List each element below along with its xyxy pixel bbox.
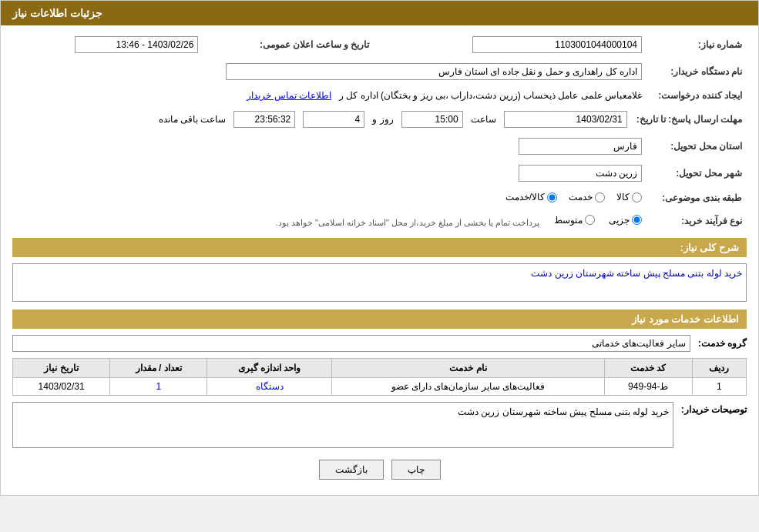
announce-date-label: تاریخ و ساعت اعلان عمومی: (203, 33, 374, 56)
deadline-remaining-label: ساعت باقی مانده (159, 114, 227, 125)
page-header: جزئیات اطلاعات نیاز (1, 1, 758, 25)
service-group-label: گروه خدمت: (698, 338, 747, 349)
buyer-desc-label: توصیحات خریدار: (681, 402, 747, 415)
announce-date-value: 1403/02/26 - 13:46 (12, 33, 203, 56)
cell-row-num: 1 (692, 378, 746, 396)
need-desc-container: خرید لوله بتنی مسلح پیش ساخته شهرستان زر… (12, 263, 747, 302)
buyer-desc-box: خرید لوله بتنی مسلح پیش ساخته شهرستان زر… (12, 402, 673, 448)
announce-date-box: 1403/02/26 - 13:46 (75, 36, 198, 53)
col-header-name: نام خدمت (331, 359, 604, 378)
page-wrapper: جزئیات اطلاعات نیاز شماره نیاز: 11030010… (0, 0, 759, 496)
category-radio-kala-khedmat-input[interactable] (547, 192, 557, 202)
category-radio-kala-input[interactable] (632, 192, 642, 202)
col-header-date: تاریخ نیاز (13, 359, 110, 378)
province-label: استان محل تحویل: (646, 135, 747, 158)
deadline-label: مهلت ارسال پاسخ: تا تاریخ: (632, 108, 747, 131)
deadline-date-box: 1403/02/31 (504, 111, 627, 128)
cell-quantity: 1 (110, 378, 207, 396)
col-header-qty: تعداد / مقدار (110, 359, 207, 378)
category-kala-label: کالا (616, 192, 630, 202)
category-radio-khedmat: خدمت (569, 192, 605, 202)
cell-service-name: فعالیت‌های سایر سازمان‌های دارای عضو (331, 378, 604, 396)
header-title: جزئیات اطلاعات نیاز (12, 7, 102, 19)
need-number-value: 1103001044000104 (389, 33, 646, 56)
deadline-time-box: 15:00 (401, 111, 463, 128)
purchase-type-note: پرداخت تمام یا بخشی از مبلغ خرید،از محل … (276, 217, 540, 226)
services-table: ردیف کد خدمت نام خدمت واحد اندازه گیری ت… (12, 358, 747, 396)
cell-service-code: ط-94-949 (605, 378, 693, 396)
purchase-type-motavaset: متوسط (554, 215, 595, 226)
services-section-header: اطلاعات خدمات مورد نیاز (12, 309, 747, 329)
info-table-city: شهر محل تحویل: زرین دشت (12, 162, 747, 185)
col-header-code: کد خدمت (605, 359, 693, 378)
deadline-countdown-box: 23:56:32 (233, 111, 295, 128)
deadline-time-label: ساعت (471, 114, 496, 125)
cell-unit: دستگاه (207, 378, 332, 396)
creator-value: غلامعباس علمی عامل ذیحساب (زرین دشت،دارا… (12, 87, 646, 104)
city-value: زرین دشت (12, 162, 646, 185)
category-radio-kala-khedmat: کالا/خدمت (505, 192, 557, 202)
back-button[interactable]: بازگشت (319, 460, 384, 480)
need-desc-section-header: شرح کلی نیاز: (12, 238, 747, 257)
info-table-category: طبقه بندی موضوعی: کالا خدمت (12, 189, 747, 208)
category-khedmat-label: خدمت (569, 192, 593, 202)
category-radio-khedmat-input[interactable] (595, 192, 605, 202)
category-radio-kala: کالا (616, 192, 642, 202)
purchase-type-jazii: جزیی (609, 215, 642, 226)
category-options: کالا خدمت کالا/خدمت (12, 189, 646, 208)
info-table-top: شماره نیاز: 1103001044000104 تاریخ و ساع… (12, 33, 747, 56)
purchase-type-jazii-input[interactable] (632, 215, 642, 225)
purchase-type-motavaset-label: متوسط (554, 215, 583, 226)
need-desc-box: خرید لوله بتنی مسلح پیش ساخته شهرستان زر… (12, 263, 747, 302)
service-group-value: سایر فعالیت‌های خدماتی (12, 335, 690, 352)
info-table-deadline: مهلت ارسال پاسخ: تا تاریخ: 1403/02/31 سا… (12, 108, 747, 131)
cell-date: 1403/02/31 (13, 378, 110, 396)
city-label: شهر محل تحویل: (646, 162, 747, 185)
category-radio-group: کالا خدمت کالا/خدمت (505, 192, 642, 202)
deadline-days-box: 4 (303, 111, 364, 128)
creator-label: ایجاد کننده درخواست: (646, 87, 747, 104)
city-box: زرین دشت (519, 165, 642, 182)
deadline-day-label: روز و (372, 114, 393, 125)
need-number-box: 1103001044000104 (472, 36, 642, 53)
purchase-type-motavaset-input[interactable] (585, 215, 595, 225)
info-table-buyer: نام دستگاه خریدار: اداره کل راهداری و حم… (12, 60, 747, 83)
creator-text: غلامعباس علمی عامل ذیحساب (زرین دشت،دارا… (339, 90, 642, 101)
buyer-org-label: نام دستگاه خریدار: (646, 60, 747, 83)
main-content: شماره نیاز: 1103001044000104 تاریخ و ساع… (1, 25, 758, 495)
info-table-province: استان محل تحویل: فارس (12, 135, 747, 158)
province-box: فارس (519, 138, 642, 155)
category-label: طبقه بندی موضوعی: (646, 189, 747, 208)
purchase-type-content: جزیی متوسط پرداخت تمام یا بخشی از مبلغ خ… (12, 212, 646, 231)
need-number-label: شماره نیاز: (646, 33, 747, 56)
purchase-type-jazii-label: جزیی (609, 215, 630, 226)
info-table-creator: ایجاد کننده درخواست: غلامعباس علمی عامل … (12, 87, 747, 104)
service-group-row: گروه خدمت: سایر فعالیت‌های خدماتی (12, 335, 747, 352)
buyer-org-box: اداره کل راهداری و حمل و نقل جاده ای است… (226, 63, 642, 80)
print-button[interactable]: چاپ (391, 460, 441, 480)
table-row: 1 ط-94-949 فعالیت‌های سایر سازمان‌های دا… (13, 378, 747, 396)
creator-link[interactable]: اطلاعات تماس خریدار (247, 90, 331, 101)
buyer-desc-row: توصیحات خریدار: خرید لوله بتنی مسلح پیش … (12, 402, 747, 448)
category-kala-khedmat-label: کالا/خدمت (505, 192, 545, 202)
province-value: فارس (12, 135, 646, 158)
services-section-title: اطلاعات خدمات مورد نیاز (632, 313, 739, 325)
deadline-row: 1403/02/31 ساعت 15:00 روز و 4 23:56:32 س… (12, 108, 632, 131)
need-desc-section-title: شرح کلی نیاز: (680, 242, 739, 253)
col-header-unit: واحد اندازه گیری (207, 359, 332, 378)
col-header-row: ردیف (692, 359, 746, 378)
buttons-row: چاپ بازگشت (12, 460, 747, 480)
info-table-purchase-type: نوع فرآیند خرید: جزیی متوسط پرداخت تمام … (12, 212, 747, 231)
purchase-type-label: نوع فرآیند خرید: (646, 212, 747, 231)
buyer-org-value: اداره کل راهداری و حمل و نقل جاده ای است… (12, 60, 646, 83)
